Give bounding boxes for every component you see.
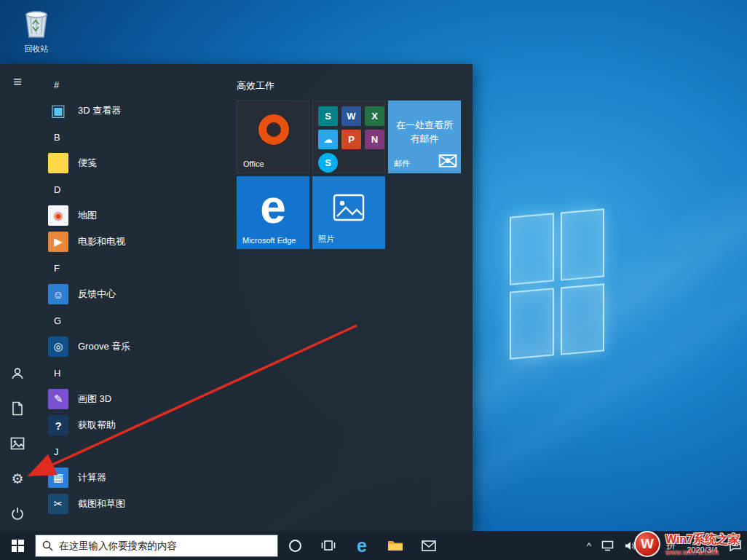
app-icon: ▶ (48, 232, 68, 252)
tile-mail-label: 邮件 (394, 158, 410, 169)
app-label: 地图 (78, 209, 97, 222)
documents-button[interactable] (0, 391, 35, 426)
file-explorer-button[interactable] (379, 531, 412, 560)
app-section-header-J[interactable]: J (48, 438, 237, 465)
hamburger-icon: ≡ (13, 74, 22, 90)
app-section-header-F[interactable]: F (48, 255, 237, 281)
app-item[interactable]: ▶电影和电视 (48, 229, 237, 255)
user-icon (10, 366, 25, 381)
user-account-button[interactable] (0, 356, 35, 391)
app-section-header-H[interactable]: H (48, 360, 237, 386)
chevron-up-icon: ^ (587, 540, 591, 551)
app-item[interactable]: ✂截图和草图 (48, 491, 237, 517)
mini-tile-sway[interactable]: S (318, 106, 338, 126)
menu-expand-button[interactable]: ≡ (0, 64, 35, 99)
windows-logo-pane (561, 283, 605, 355)
network-icon (601, 540, 614, 551)
app-label: 获取帮助 (78, 419, 116, 432)
tile-mail-title: 在一处查看所有邮件 (392, 118, 456, 146)
folder-icon (387, 539, 403, 552)
tile-microsoft-edge[interactable]: e Microsoft Edge (237, 176, 309, 249)
app-section-header-#[interactable]: # (48, 71, 237, 98)
app-item[interactable]: ◉地图 (48, 202, 237, 229)
cortana-icon (289, 540, 301, 552)
mini-tile-onedrive[interactable]: ☁ (318, 130, 338, 149)
app-item[interactable]: 便笺 (48, 150, 237, 176)
mail-icon (422, 540, 436, 551)
app-label: 便笺 (78, 157, 97, 170)
app-label: 电影和电视 (78, 235, 125, 248)
app-icon: ▦ (48, 468, 68, 488)
app-item[interactable]: ✎画图 3D (48, 386, 237, 412)
app-label: 计算器 (78, 471, 106, 484)
start-menu: ≡ (0, 64, 473, 531)
tile-photos[interactable]: 照片 (312, 176, 385, 249)
app-section-header-D[interactable]: D (48, 176, 237, 202)
windows-logo-pane (510, 288, 554, 360)
app-label: 截图和草图 (78, 497, 125, 510)
app-icon: ☺ (48, 284, 68, 304)
office-folder-grid: SWX☁PNS (313, 101, 384, 173)
document-icon (11, 401, 24, 416)
power-button[interactable] (0, 496, 35, 531)
tiles-panel: 高效工作 Office SWX☁PNS 在一处查看所有邮件 邮件 ✉ e Mic… (237, 64, 473, 531)
app-section-header-B[interactable]: B (48, 124, 237, 150)
tile-grid: Office SWX☁PNS 在一处查看所有邮件 邮件 ✉ e Microsof… (237, 100, 473, 249)
tile-office-apps-folder[interactable]: SWX☁PNS (312, 100, 385, 173)
mail-envelope-icon: ✉ (438, 149, 459, 173)
watermark-title: Win7系统之家 (665, 532, 740, 548)
edge-icon: e (357, 537, 367, 555)
tile-mail[interactable]: 在一处查看所有邮件 邮件 ✉ (388, 100, 461, 173)
mini-tile-powerpoint[interactable]: P (341, 130, 361, 149)
tile-office[interactable]: Office (237, 100, 309, 173)
app-icon (48, 153, 68, 173)
pictures-button[interactable] (0, 426, 35, 461)
tile-group-title[interactable]: 高效工作 (237, 79, 473, 91)
app-section-header-G[interactable]: G (48, 307, 237, 334)
mini-tile-skype[interactable]: S (318, 153, 338, 173)
watermark-logo: W (634, 531, 660, 557)
desktop: 回收站 ≡ (0, 0, 747, 560)
tray-show-hidden-button[interactable]: ^ (582, 531, 596, 560)
cortana-button[interactable] (278, 531, 312, 560)
app-label: 反馈中心 (78, 288, 116, 301)
app-item[interactable]: ?获取帮助 (48, 412, 237, 438)
watermark-url: www.win7w.com (665, 548, 740, 556)
app-item[interactable]: ▦计算器 (48, 465, 237, 491)
search-icon (42, 540, 53, 551)
tile-edge-label: Microsoft Edge (242, 236, 296, 245)
start-button[interactable] (0, 531, 35, 560)
windows-logo-pane (510, 213, 554, 285)
gear-icon: ⚙ (11, 470, 23, 487)
watermark: W Win7系统之家 www.win7w.com (634, 531, 740, 557)
photos-icon (333, 194, 365, 221)
office-logo-icon (258, 114, 289, 145)
picture-icon (10, 437, 25, 450)
taskbar-search[interactable] (35, 535, 278, 557)
search-input[interactable] (59, 540, 271, 551)
tray-network-button[interactable] (596, 531, 619, 560)
tile-office-label: Office (243, 159, 264, 168)
task-view-icon (321, 539, 336, 552)
app-item[interactable]: ☺反馈中心 (48, 281, 237, 307)
power-icon (10, 506, 25, 521)
mini-tile-onenote[interactable]: N (365, 130, 384, 149)
taskbar-edge-button[interactable]: e (345, 531, 379, 560)
edge-icon: e (237, 176, 309, 237)
app-item[interactable]: ▣3D 查看器 (48, 98, 237, 124)
tile-photos-label: 照片 (318, 234, 334, 245)
app-icon: ◉ (48, 205, 68, 226)
mini-tile-word[interactable]: W (341, 106, 361, 126)
app-label: 3D 查看器 (78, 104, 121, 117)
settings-button[interactable]: ⚙ (0, 461, 35, 496)
recycle-bin-label: 回收站 (9, 44, 64, 55)
mini-tile-excel[interactable]: X (365, 106, 384, 126)
start-menu-rail: ≡ (0, 64, 35, 531)
trash-can-icon (21, 6, 52, 39)
app-icon: ✎ (48, 389, 68, 409)
task-view-button[interactable] (312, 531, 345, 560)
app-item[interactable]: ◎Groove 音乐 (48, 334, 237, 360)
taskbar-mail-button[interactable] (412, 531, 446, 560)
recycle-bin-icon[interactable]: 回收站 (9, 6, 64, 55)
windows-start-icon (12, 540, 24, 552)
